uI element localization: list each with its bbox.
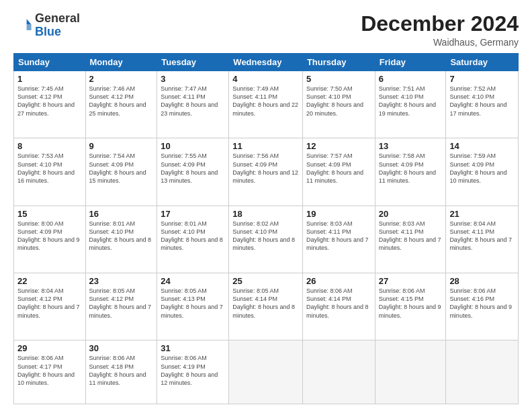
day-number: 21 xyxy=(449,209,515,219)
day-info: Sunrise: 8:06 AMSunset: 4:15 PMDaylight:… xyxy=(379,287,443,320)
calendar-cell: 28Sunrise: 8:06 AMSunset: 4:16 PMDayligh… xyxy=(446,273,519,340)
day-info: Sunrise: 7:54 AMSunset: 4:09 PMDaylight:… xyxy=(89,152,154,185)
day-number: 8 xyxy=(17,141,82,151)
calendar-week-row: 8Sunrise: 7:53 AMSunset: 4:10 PMDaylight… xyxy=(14,138,519,205)
day-number: 31 xyxy=(161,343,225,353)
day-info: Sunrise: 8:06 AMSunset: 4:19 PMDaylight:… xyxy=(161,354,225,387)
calendar-header-row: SundayMondayTuesdayWednesdayThursdayFrid… xyxy=(14,54,519,71)
day-number: 29 xyxy=(17,343,82,353)
day-info: Sunrise: 7:51 AMSunset: 4:10 PMDaylight:… xyxy=(379,85,443,118)
calendar-week-row: 29Sunrise: 8:06 AMSunset: 4:17 PMDayligh… xyxy=(14,340,519,404)
month-title: December 2024 xyxy=(361,12,519,36)
calendar-cell: 16Sunrise: 8:01 AMSunset: 4:10 PMDayligh… xyxy=(85,205,157,273)
day-info: Sunrise: 8:02 AMSunset: 4:10 PMDaylight:… xyxy=(232,220,299,253)
calendar-cell: 1Sunrise: 7:45 AMSunset: 4:12 PMDaylight… xyxy=(14,71,86,138)
day-number: 30 xyxy=(89,343,154,353)
day-number: 20 xyxy=(379,209,443,219)
day-of-week-friday: Friday xyxy=(375,54,446,71)
calendar-cell: 7Sunrise: 7:52 AMSunset: 4:10 PMDaylight… xyxy=(446,71,519,138)
day-of-week-wednesday: Wednesday xyxy=(229,54,303,71)
day-number: 19 xyxy=(306,209,371,219)
day-info: Sunrise: 7:49 AMSunset: 4:11 PMDaylight:… xyxy=(232,85,299,118)
calendar-cell: 18Sunrise: 8:02 AMSunset: 4:10 PMDayligh… xyxy=(229,205,303,273)
day-info: Sunrise: 7:55 AMSunset: 4:09 PMDaylight:… xyxy=(161,152,225,185)
location: Waidhaus, Germany xyxy=(361,37,519,48)
day-info: Sunrise: 8:05 AMSunset: 4:14 PMDaylight:… xyxy=(232,287,299,320)
calendar-cell: 26Sunrise: 8:06 AMSunset: 4:14 PMDayligh… xyxy=(302,273,375,340)
calendar-cell xyxy=(375,340,446,404)
day-info: Sunrise: 7:58 AMSunset: 4:09 PMDaylight:… xyxy=(379,152,443,185)
calendar-cell: 8Sunrise: 7:53 AMSunset: 4:10 PMDaylight… xyxy=(14,138,86,205)
calendar-week-row: 15Sunrise: 8:00 AMSunset: 4:09 PMDayligh… xyxy=(14,205,519,273)
calendar-cell: 4Sunrise: 7:49 AMSunset: 4:11 PMDaylight… xyxy=(229,71,303,138)
day-number: 27 xyxy=(379,276,443,286)
calendar-cell: 11Sunrise: 7:56 AMSunset: 4:09 PMDayligh… xyxy=(229,138,303,205)
day-number: 4 xyxy=(232,74,299,84)
calendar-cell: 22Sunrise: 8:04 AMSunset: 4:12 PMDayligh… xyxy=(14,273,86,340)
logo: GeneralBlue xyxy=(13,12,80,39)
calendar-cell xyxy=(446,340,519,404)
calendar-cell xyxy=(229,340,303,404)
day-of-week-thursday: Thursday xyxy=(302,54,375,71)
title-block: December 2024 Waidhaus, Germany xyxy=(361,12,519,48)
day-info: Sunrise: 8:03 AMSunset: 4:11 PMDaylight:… xyxy=(379,220,443,253)
day-number: 9 xyxy=(89,141,154,151)
day-info: Sunrise: 7:52 AMSunset: 4:10 PMDaylight:… xyxy=(449,85,515,118)
calendar-cell: 30Sunrise: 8:06 AMSunset: 4:18 PMDayligh… xyxy=(85,340,157,404)
day-number: 12 xyxy=(306,141,371,151)
calendar-cell: 19Sunrise: 8:03 AMSunset: 4:11 PMDayligh… xyxy=(302,205,375,273)
day-info: Sunrise: 8:03 AMSunset: 4:11 PMDaylight:… xyxy=(306,220,371,253)
calendar-cell: 6Sunrise: 7:51 AMSunset: 4:10 PMDaylight… xyxy=(375,71,446,138)
calendar-cell: 27Sunrise: 8:06 AMSunset: 4:15 PMDayligh… xyxy=(375,273,446,340)
day-of-week-tuesday: Tuesday xyxy=(157,54,229,71)
day-number: 16 xyxy=(89,209,154,219)
day-number: 13 xyxy=(379,141,443,151)
day-info: Sunrise: 8:04 AMSunset: 4:12 PMDaylight:… xyxy=(17,287,82,320)
logo-text: GeneralBlue xyxy=(35,12,80,39)
day-info: Sunrise: 8:04 AMSunset: 4:11 PMDaylight:… xyxy=(449,220,515,253)
logo-icon xyxy=(13,16,32,35)
day-info: Sunrise: 7:59 AMSunset: 4:09 PMDaylight:… xyxy=(449,152,515,185)
logo-blue-text: Blue xyxy=(35,25,61,38)
day-info: Sunrise: 8:06 AMSunset: 4:17 PMDaylight:… xyxy=(17,354,82,387)
day-info: Sunrise: 7:56 AMSunset: 4:09 PMDaylight:… xyxy=(232,152,299,185)
day-info: Sunrise: 8:00 AMSunset: 4:09 PMDaylight:… xyxy=(17,220,82,253)
day-number: 25 xyxy=(232,276,299,286)
calendar-cell: 17Sunrise: 8:01 AMSunset: 4:10 PMDayligh… xyxy=(157,205,229,273)
calendar-cell: 25Sunrise: 8:05 AMSunset: 4:14 PMDayligh… xyxy=(229,273,303,340)
day-info: Sunrise: 8:05 AMSunset: 4:12 PMDaylight:… xyxy=(89,287,154,320)
calendar-cell: 29Sunrise: 8:06 AMSunset: 4:17 PMDayligh… xyxy=(14,340,86,404)
day-info: Sunrise: 7:47 AMSunset: 4:11 PMDaylight:… xyxy=(161,85,225,118)
calendar-week-row: 1Sunrise: 7:45 AMSunset: 4:12 PMDaylight… xyxy=(14,71,519,138)
day-number: 23 xyxy=(89,276,154,286)
day-number: 28 xyxy=(449,276,515,286)
day-of-week-monday: Monday xyxy=(85,54,157,71)
calendar-cell: 13Sunrise: 7:58 AMSunset: 4:09 PMDayligh… xyxy=(375,138,446,205)
day-number: 10 xyxy=(161,141,225,151)
day-number: 3 xyxy=(161,74,225,84)
calendar-cell: 24Sunrise: 8:05 AMSunset: 4:13 PMDayligh… xyxy=(157,273,229,340)
calendar-cell xyxy=(302,340,375,404)
day-info: Sunrise: 8:06 AMSunset: 4:18 PMDaylight:… xyxy=(89,354,154,387)
day-info: Sunrise: 8:06 AMSunset: 4:14 PMDaylight:… xyxy=(306,287,371,320)
day-number: 7 xyxy=(449,74,515,84)
day-info: Sunrise: 7:46 AMSunset: 4:12 PMDaylight:… xyxy=(89,85,154,118)
day-number: 15 xyxy=(17,209,82,219)
day-number: 1 xyxy=(17,74,82,84)
calendar-cell: 21Sunrise: 8:04 AMSunset: 4:11 PMDayligh… xyxy=(446,205,519,273)
day-number: 5 xyxy=(306,74,371,84)
day-number: 14 xyxy=(449,141,515,151)
day-info: Sunrise: 8:01 AMSunset: 4:10 PMDaylight:… xyxy=(161,220,225,253)
svg-marker-1 xyxy=(27,24,32,30)
day-info: Sunrise: 7:50 AMSunset: 4:10 PMDaylight:… xyxy=(306,85,371,118)
calendar-cell: 9Sunrise: 7:54 AMSunset: 4:09 PMDaylight… xyxy=(85,138,157,205)
calendar-cell: 5Sunrise: 7:50 AMSunset: 4:10 PMDaylight… xyxy=(302,71,375,138)
calendar-cell: 2Sunrise: 7:46 AMSunset: 4:12 PMDaylight… xyxy=(85,71,157,138)
day-of-week-saturday: Saturday xyxy=(446,54,519,71)
day-number: 17 xyxy=(161,209,225,219)
calendar-cell: 14Sunrise: 7:59 AMSunset: 4:09 PMDayligh… xyxy=(446,138,519,205)
calendar-cell: 12Sunrise: 7:57 AMSunset: 4:09 PMDayligh… xyxy=(302,138,375,205)
calendar-table: SundayMondayTuesdayWednesdayThursdayFrid… xyxy=(13,53,519,404)
day-info: Sunrise: 8:01 AMSunset: 4:10 PMDaylight:… xyxy=(89,220,154,253)
day-number: 6 xyxy=(379,74,443,84)
